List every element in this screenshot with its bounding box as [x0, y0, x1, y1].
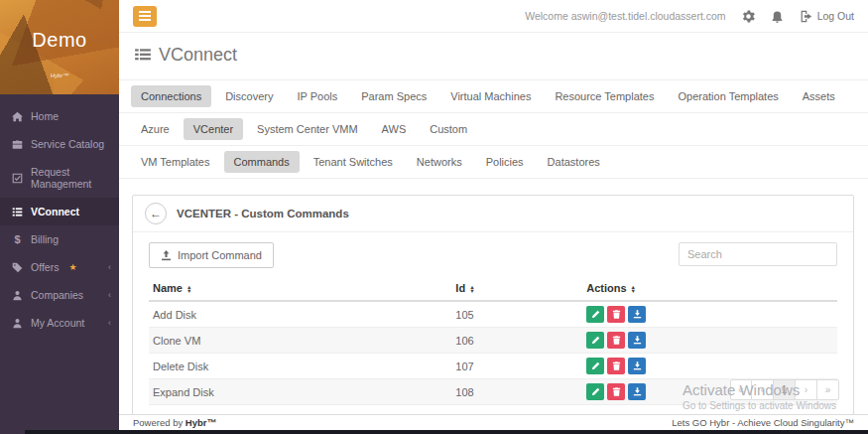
back-button[interactable]: ← [145, 203, 167, 224]
list-icon [135, 48, 151, 64]
tab-custom[interactable]: Custom [420, 118, 477, 140]
logout-label: Log Out [817, 10, 854, 22]
list-icon [12, 207, 23, 217]
pagination-first[interactable]: « [730, 379, 752, 400]
download-button[interactable] [628, 383, 646, 400]
sidebar-item-offers[interactable]: Offers ★ ‹ [0, 253, 119, 281]
tab-ip-pools[interactable]: IP Pools [287, 85, 347, 107]
tab-aws[interactable]: AWS [372, 118, 417, 140]
briefcase-icon [12, 139, 23, 150]
tab-vcenter[interactable]: VCenter [184, 118, 243, 140]
delete-button[interactable] [607, 332, 625, 349]
pencil-icon [591, 310, 600, 319]
tab-operation-templates[interactable]: Operation Templates [668, 85, 788, 107]
table-row: Clone VM 106 [149, 328, 837, 354]
sort-icon: ▲▼ [631, 285, 636, 293]
sidebar-item-label: Service Catalog [31, 138, 104, 150]
tab-system-center-vmm[interactable]: System Center VMM [247, 118, 367, 140]
bell-icon[interactable] [771, 10, 784, 23]
column-header-actions[interactable]: Actions▲▼ [582, 278, 837, 301]
tab-resource-templates[interactable]: Resource Templates [545, 85, 664, 107]
edit-button[interactable] [586, 358, 604, 374]
sidebar-item-home[interactable]: Home [0, 102, 119, 130]
toolbar: Import Command [149, 242, 837, 268]
gear-icon[interactable] [742, 10, 755, 23]
main-content: Welcome aswin@test.tidel.cloudassert.com… [119, 0, 868, 434]
download-button[interactable] [628, 332, 646, 349]
sidebar-item-companies[interactable]: Companies ‹ [0, 281, 119, 309]
command-name: Add Disk [149, 301, 451, 328]
hamburger-menu-button[interactable] [133, 6, 157, 27]
command-id: 105 [451, 301, 582, 328]
dollar-icon: $ [12, 234, 23, 245]
command-id: 106 [451, 328, 582, 354]
sort-icon: ▲▼ [469, 285, 474, 293]
pagination-last[interactable]: » [817, 379, 839, 400]
sidebar-item-billing[interactable]: $ Billing [0, 225, 119, 253]
tab-assets[interactable]: Assets [793, 85, 845, 107]
taskbar-edge [25, 430, 868, 434]
column-header-name[interactable]: Name▲▼ [149, 278, 451, 301]
brand-logo-area[interactable]: Demo Hybr™ [0, 0, 119, 94]
sort-icon: ▲▼ [186, 285, 191, 293]
table-header-row: Name▲▼ Id▲▼ Actions▲▼ [149, 278, 837, 301]
pagination-page-1[interactable]: 1 [774, 379, 796, 400]
upload-icon [161, 250, 172, 261]
download-button[interactable] [628, 358, 646, 374]
pagination-prev[interactable]: ‹ [752, 379, 774, 400]
home-icon [12, 111, 23, 122]
command-name: Delete Disk [149, 354, 451, 379]
check-square-icon [12, 173, 23, 184]
tab-azure[interactable]: Azure [131, 118, 180, 140]
panel-title: VCENTER - Custom Commands [177, 208, 349, 219]
sidebar-item-label: VConnect [31, 206, 79, 217]
delete-button[interactable] [607, 306, 625, 323]
tab-policies[interactable]: Policies [476, 151, 534, 173]
logout-button[interactable]: Log Out [800, 10, 854, 23]
footer-brand: Hybr™ [186, 417, 216, 428]
sidebar-item-my-account[interactable]: My Account ‹ [0, 309, 119, 337]
command-name: Expand Disk [149, 379, 451, 405]
commands-panel: ← VCENTER - Custom Commands Import Comma… [132, 195, 854, 415]
trash-icon [612, 336, 621, 345]
tab-tenant-switches[interactable]: Tenant Switches [304, 151, 403, 173]
import-command-button[interactable]: Import Command [149, 242, 274, 268]
sidebar-item-label: Request Management [31, 166, 107, 190]
tab-virtual-machines[interactable]: Virtual Machines [440, 85, 541, 107]
pencil-icon [591, 387, 600, 396]
column-header-id[interactable]: Id▲▼ [451, 278, 582, 301]
panel-body: Import Command Name▲▼ Id▲▼ Actions▲▼ Add… [133, 232, 853, 415]
sidebar-item-request-management[interactable]: Request Management [0, 158, 119, 198]
brand-logo: Demo [32, 29, 86, 52]
sidebar-nav: Home Service Catalog Request Management … [0, 94, 119, 337]
edit-button[interactable] [586, 383, 604, 400]
pagination-next[interactable]: › [796, 379, 817, 400]
download-icon [633, 310, 642, 319]
edit-button[interactable] [586, 306, 604, 323]
sidebar-item-label: Companies [31, 289, 83, 301]
tab-networks[interactable]: Networks [407, 151, 472, 173]
delete-button[interactable] [607, 383, 625, 400]
tab-commands[interactable]: Commands [224, 151, 300, 173]
delete-button[interactable] [607, 358, 625, 374]
tab-datastores[interactable]: Datastores [538, 151, 610, 173]
sidebar: Demo Hybr™ Home Service Catalog Request … [0, 0, 119, 434]
tab-vm-templates[interactable]: VM Templates [131, 151, 220, 173]
import-command-label: Import Command [178, 249, 262, 261]
search-input[interactable] [679, 242, 837, 266]
pagination: « ‹ 1 › » [730, 379, 839, 400]
sidebar-item-service-catalog[interactable]: Service Catalog [0, 130, 119, 158]
sidebar-item-vconnect[interactable]: VConnect [0, 198, 119, 225]
tab-connections[interactable]: Connections [131, 85, 211, 107]
user-icon [12, 318, 23, 329]
edit-button[interactable] [586, 332, 604, 349]
pencil-icon [591, 362, 600, 370]
welcome-text: Welcome aswin@test.tidel.cloudassert.com [525, 10, 725, 22]
user-icon [12, 290, 23, 301]
sidebar-item-label: Offers [31, 261, 59, 273]
tab-param-specs[interactable]: Param Specs [351, 85, 436, 107]
trash-icon [612, 387, 621, 396]
tab-discovery[interactable]: Discovery [215, 85, 283, 107]
chevron-left-icon: ‹ [108, 262, 111, 272]
download-button[interactable] [628, 306, 646, 323]
